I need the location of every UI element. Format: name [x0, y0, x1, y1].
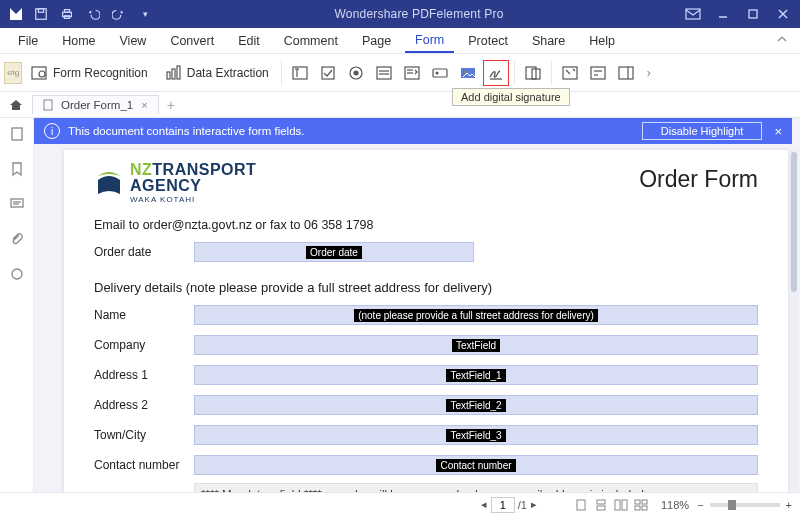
menu-share[interactable]: Share	[522, 30, 575, 52]
field-address2[interactable]: TextField_2	[194, 395, 758, 415]
show-names-icon[interactable]	[585, 60, 611, 86]
menu-edit[interactable]: Edit	[228, 30, 270, 52]
section-delivery: Delivery details (note please provide a …	[94, 280, 758, 295]
document-tab[interactable]: Order Form_1 ×	[32, 95, 159, 114]
form-template-icon[interactable]	[520, 60, 546, 86]
menu-view[interactable]: View	[110, 30, 157, 52]
zoom-slider[interactable]	[710, 503, 780, 507]
minimize-icon[interactable]	[712, 3, 734, 25]
next-page-icon[interactable]: ▸	[531, 498, 537, 511]
highlight-fields-icon[interactable]	[557, 60, 583, 86]
page-input[interactable]	[491, 497, 515, 513]
ribbon-scroll-right-icon[interactable]: ›	[640, 62, 658, 84]
comments-icon[interactable]	[9, 196, 25, 215]
radio-tool-icon[interactable]	[343, 60, 369, 86]
new-tab-icon[interactable]: +	[167, 97, 175, 113]
svg-rect-27	[433, 69, 447, 77]
button-tool-icon[interactable]	[427, 60, 453, 86]
menu-comment[interactable]: Comment	[274, 30, 348, 52]
list-tool-icon[interactable]	[399, 60, 425, 86]
checkbox-tool-icon[interactable]	[315, 60, 341, 86]
field-name[interactable]: (note please provide a full street addre…	[194, 305, 758, 325]
view-two-cont-icon[interactable]	[632, 497, 650, 513]
view-continuous-icon[interactable]	[592, 497, 610, 513]
collapse-ribbon-icon[interactable]	[772, 29, 792, 52]
svg-rect-18	[322, 67, 334, 79]
search-panel-icon[interactable]	[9, 266, 25, 285]
bookmarks-icon[interactable]	[9, 161, 25, 180]
field-address1[interactable]: TextField_1	[194, 365, 758, 385]
disable-highlight-button[interactable]: Disable Highlight	[642, 122, 763, 140]
info-icon: i	[44, 123, 60, 139]
svg-point-28	[436, 72, 438, 74]
home-tab-icon[interactable]	[6, 98, 26, 112]
field-contact[interactable]: Contact number	[194, 455, 758, 475]
svg-rect-40	[44, 100, 52, 110]
view-two-icon[interactable]	[612, 497, 630, 513]
zoom-out-icon[interactable]: −	[697, 499, 703, 511]
email-instruction: Email to order@nzta.govt.nz or fax to 06…	[94, 218, 758, 232]
maximize-icon[interactable]	[742, 3, 764, 25]
label-company: Company	[94, 338, 194, 352]
menu-form[interactable]: Form	[405, 29, 454, 53]
svg-point-11	[39, 71, 45, 77]
menu-convert[interactable]: Convert	[160, 30, 224, 52]
svg-point-20	[354, 71, 358, 75]
label-contact: Contact number	[94, 458, 194, 472]
form-recognition-button[interactable]: Form Recognition	[22, 59, 156, 87]
menu-bar: File Home View Convert Edit Comment Page…	[0, 28, 800, 54]
view-single-icon[interactable]	[572, 497, 590, 513]
field-order-date[interactable]: Order date	[194, 242, 474, 262]
print-icon[interactable]	[56, 3, 78, 25]
menu-home[interactable]: Home	[52, 30, 105, 52]
page-indicator: /1	[491, 497, 527, 513]
field-company[interactable]: TextField	[194, 335, 758, 355]
image-tool-icon[interactable]	[455, 60, 481, 86]
zoom-in-icon[interactable]: +	[786, 499, 792, 511]
svg-rect-52	[642, 500, 647, 504]
more-tools-icon[interactable]	[613, 60, 639, 86]
undo-icon[interactable]	[82, 3, 104, 25]
brand-logo: NZTRANSPORT AGENCY WAKA KOTAHI	[94, 162, 256, 204]
svg-rect-21	[377, 67, 391, 79]
digital-signature-tool-icon[interactable]	[483, 60, 509, 86]
close-tab-icon[interactable]: ×	[141, 99, 147, 111]
ribbon-scroll-left-icon[interactable]: ‹ng	[4, 62, 22, 84]
thumbnails-icon[interactable]	[9, 126, 25, 145]
svg-rect-1	[38, 9, 43, 13]
svg-rect-38	[619, 67, 633, 79]
tooltip: Add digital signature	[452, 88, 570, 106]
label-address2: Address 2	[94, 398, 194, 412]
svg-rect-51	[635, 500, 640, 504]
title-bar: ▾ Wondershare PDFelement Pro	[0, 0, 800, 28]
data-extraction-button[interactable]: Data Extraction	[156, 59, 277, 87]
save-icon[interactable]	[30, 3, 52, 25]
vertical-scrollbar[interactable]	[790, 148, 798, 490]
svg-rect-12	[167, 72, 170, 79]
menu-protect[interactable]: Protect	[458, 30, 518, 52]
svg-rect-49	[615, 500, 620, 510]
notice-text: This document contains interactive form …	[68, 125, 305, 137]
attachments-icon[interactable]	[9, 231, 25, 250]
status-bar: ◂ /1 ▸ 118% − +	[0, 492, 800, 516]
svg-rect-13	[172, 69, 175, 79]
combo-tool-icon[interactable]	[371, 60, 397, 86]
quick-dropdown-icon[interactable]: ▾	[134, 3, 156, 25]
page-title: Order Form	[639, 166, 758, 193]
menu-page[interactable]: Page	[352, 30, 401, 52]
label-name: Name	[94, 308, 194, 322]
prev-page-icon[interactable]: ◂	[481, 498, 487, 511]
svg-rect-50	[622, 500, 627, 510]
close-icon[interactable]	[772, 3, 794, 25]
text-field-tool-icon[interactable]	[287, 60, 313, 86]
mail-icon[interactable]	[682, 3, 704, 25]
svg-rect-46	[577, 500, 585, 510]
notice-close-icon[interactable]: ×	[774, 124, 782, 139]
redo-icon[interactable]	[108, 3, 130, 25]
menu-file[interactable]: File	[8, 30, 48, 52]
field-town[interactable]: TextField_3	[194, 425, 758, 445]
svg-rect-47	[597, 500, 605, 504]
menu-help[interactable]: Help	[579, 30, 625, 52]
document-area: i This document contains interactive for…	[34, 118, 800, 492]
left-sidebar	[0, 118, 34, 492]
